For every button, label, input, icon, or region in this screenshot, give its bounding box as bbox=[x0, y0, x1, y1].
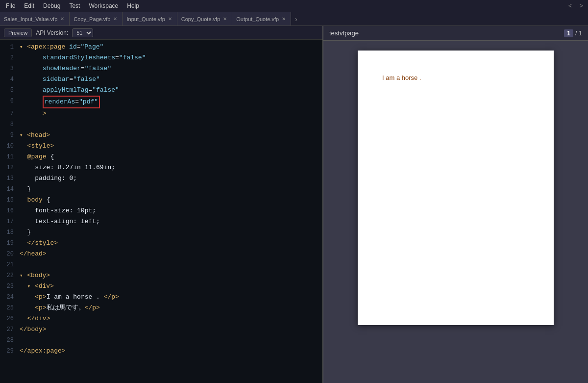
tab-copy-page[interactable]: Copy_Page.vfp ✕ bbox=[70, 12, 122, 26]
code-line-21: 21 bbox=[0, 259, 322, 270]
code-line-26: 26 </div> bbox=[0, 313, 322, 324]
code-line-14: 14 } bbox=[0, 184, 322, 195]
code-line-29: 29 </apex:page> bbox=[0, 346, 322, 357]
page-current: 1 bbox=[564, 29, 573, 37]
preview-body: I am a horse . bbox=[323, 41, 588, 383]
code-line-13: 13 padding: 0; bbox=[0, 173, 322, 184]
menu-test[interactable]: Test bbox=[65, 1, 84, 10]
pdf-page: I am a horse . bbox=[358, 51, 554, 325]
tab-overflow[interactable]: › bbox=[291, 15, 301, 23]
api-version-label: API Version: bbox=[36, 29, 68, 36]
menu-debug[interactable]: Debug bbox=[39, 1, 64, 10]
preview-panel: testvfpage 1 / 1 I am a horse . bbox=[323, 26, 588, 383]
code-line-5: 5 applyHtmlTag="false" bbox=[0, 85, 322, 96]
code-line-1: 1 ▾ <apex:page id="Page" bbox=[0, 42, 322, 52]
code-line-22: 22 ▾ <body> bbox=[0, 270, 322, 281]
code-line-10: 10 <style> bbox=[0, 141, 322, 152]
tab-close-4[interactable]: ✕ bbox=[281, 16, 287, 22]
code-line-18: 18 } bbox=[0, 227, 322, 238]
preview-pagination: 1 / 1 bbox=[564, 29, 582, 37]
menu-edit[interactable]: Edit bbox=[20, 1, 38, 10]
nav-prev[interactable]: < bbox=[565, 1, 575, 10]
menu-help[interactable]: Help bbox=[123, 1, 143, 10]
code-editor[interactable]: 1 ▾ <apex:page id="Page" 2 standardStyle… bbox=[0, 40, 322, 383]
tab-copy-quote[interactable]: Copy_Quote.vfp ✕ bbox=[177, 12, 233, 26]
code-line-20: 20 </head> bbox=[0, 249, 322, 259]
menu-nav: < > bbox=[565, 1, 586, 10]
preview-header: testvfpage 1 / 1 bbox=[323, 26, 588, 41]
code-line-19: 19 </style> bbox=[0, 238, 322, 249]
code-line-27: 27 </body> bbox=[0, 324, 322, 335]
code-line-23: 23 ▾ <div> bbox=[0, 281, 322, 292]
menu-bar: File Edit Debug Test Workspace Help < > bbox=[0, 0, 588, 12]
main-area: Preview API Version: 51 1 ▾ <apex:page i… bbox=[0, 26, 588, 383]
code-line-7: 7 > bbox=[0, 108, 322, 119]
code-line-24: 24 <p>I am a horse . </p> bbox=[0, 292, 322, 303]
menu-workspace[interactable]: Workspace bbox=[85, 1, 122, 10]
tab-close-3[interactable]: ✕ bbox=[222, 16, 228, 22]
code-line-15: 15 body { bbox=[0, 195, 322, 205]
code-line-8: 8 bbox=[0, 119, 322, 130]
tab-bar: Sales_Input_Value.vfp ✕ Copy_Page.vfp ✕ … bbox=[0, 12, 588, 26]
pdf-content-text: I am a horse . bbox=[382, 74, 529, 81]
code-line-4: 4 sidebar="false" bbox=[0, 74, 322, 85]
tab-close-0[interactable]: ✕ bbox=[59, 16, 65, 22]
code-line-11: 11 @page { bbox=[0, 152, 322, 162]
menu-file[interactable]: File bbox=[2, 1, 19, 10]
tab-sales-input[interactable]: Sales_Input_Value.vfp ✕ bbox=[0, 12, 70, 26]
tab-close-1[interactable]: ✕ bbox=[112, 16, 118, 22]
api-version-select[interactable]: 51 bbox=[72, 28, 93, 37]
code-line-25: 25 <p>私は馬です。</p> bbox=[0, 303, 322, 313]
code-line-17: 17 text-align: left; bbox=[0, 216, 322, 227]
code-line-12: 12 size: 8.27in 11.69in; bbox=[0, 162, 322, 173]
preview-title: testvfpage bbox=[329, 29, 359, 37]
code-line-3: 3 showHeader="false" bbox=[0, 63, 322, 74]
code-line-28: 28 bbox=[0, 335, 322, 346]
preview-button[interactable]: Preview bbox=[4, 28, 32, 37]
tab-close-2[interactable]: ✕ bbox=[167, 16, 173, 22]
page-separator: / bbox=[575, 30, 577, 37]
tab-input-quote[interactable]: Input_Quote.vfp ✕ bbox=[122, 12, 177, 26]
code-line-2: 2 standardStylesheets="false" bbox=[0, 52, 322, 63]
editor-panel: Preview API Version: 51 1 ▾ <apex:page i… bbox=[0, 26, 323, 383]
page-total: 1 bbox=[579, 30, 582, 37]
code-line-6: 6 renderAs="pdf" bbox=[0, 96, 322, 108]
tab-output-quote[interactable]: Output_Quote.vfp ✕ bbox=[232, 12, 291, 26]
code-line-16: 16 font-size: 10pt; bbox=[0, 205, 322, 216]
nav-next[interactable]: > bbox=[577, 1, 586, 10]
code-line-9: 9 ▾ <head> bbox=[0, 130, 322, 141]
editor-toolbar: Preview API Version: 51 bbox=[0, 26, 322, 40]
